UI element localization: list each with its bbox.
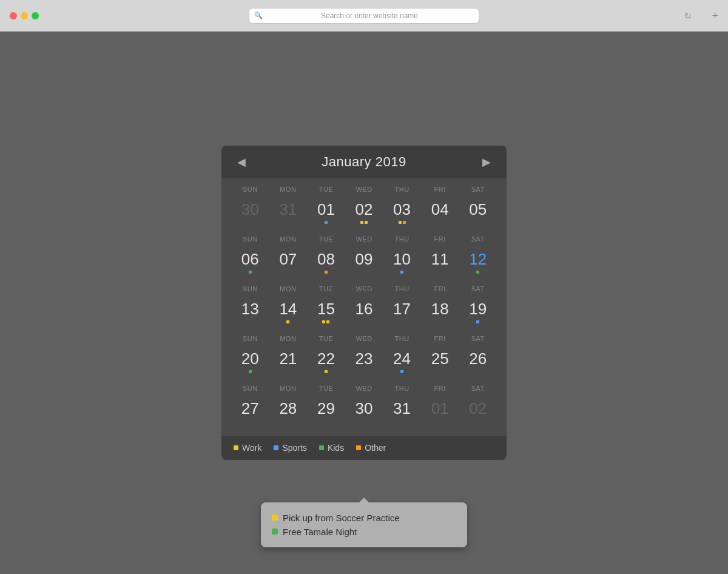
day-11[interactable]: 11 bbox=[421, 248, 459, 278]
day-header-tue-2: TUE bbox=[307, 233, 345, 245]
day-21[interactable]: 21 bbox=[269, 347, 308, 377]
day-header-sat-2: SAT bbox=[459, 233, 497, 245]
legend-dot-other bbox=[356, 445, 361, 450]
calendar-legend: Work Sports Kids Other bbox=[221, 436, 507, 460]
dot-blue bbox=[400, 271, 403, 274]
dot-yellow bbox=[322, 320, 325, 323]
day-22[interactable]: 22 bbox=[307, 347, 345, 377]
dot-yellow bbox=[326, 320, 329, 323]
legend-label-kids: Kids bbox=[328, 443, 344, 453]
legend-dot-work bbox=[234, 445, 238, 450]
day-header-thu: THU bbox=[383, 183, 421, 195]
day-01-feb[interactable]: 01 bbox=[421, 397, 459, 427]
week-2: 06 07 08 09 10 11 12 bbox=[231, 248, 497, 278]
day-headers: SUN MON TUE WED THU FRI SAT bbox=[231, 178, 497, 198]
day-27[interactable]: 27 bbox=[231, 397, 269, 427]
day-18[interactable]: 18 bbox=[421, 297, 459, 328]
day-header-sun: SUN bbox=[231, 183, 269, 195]
dot-yellow bbox=[365, 221, 368, 224]
prev-month-button[interactable]: ◀ bbox=[234, 154, 249, 170]
legend-sports[interactable]: Sports bbox=[274, 443, 306, 453]
calendar-header: ◀ January 2019 ▶ bbox=[221, 146, 507, 178]
address-bar-text: Search or enter website name bbox=[265, 12, 474, 20]
main-area: ◀ January 2019 ▶ SUN MON TUE WED THU FRI… bbox=[0, 32, 728, 574]
day-10[interactable]: 10 bbox=[383, 248, 421, 278]
dot-yellow bbox=[360, 221, 363, 224]
tooltip-event-1-text: Pick up from Soccer Practice bbox=[283, 513, 400, 523]
day-headers-2: SUN MON TUE WED THU FRI SAT bbox=[231, 228, 497, 248]
week-5: 27 28 29 30 31 01 02 bbox=[231, 397, 497, 427]
tooltip-item-2: Free Tamale Night bbox=[272, 525, 456, 539]
day-06[interactable]: 06 bbox=[231, 248, 269, 278]
day-12[interactable]: 12 bbox=[459, 248, 497, 278]
legend-work[interactable]: Work bbox=[234, 443, 261, 453]
legend-label-work: Work bbox=[242, 443, 261, 453]
close-button[interactable] bbox=[10, 12, 17, 19]
day-26[interactable]: 26 bbox=[459, 347, 497, 377]
day-09[interactable]: 09 bbox=[345, 248, 383, 278]
maximize-button[interactable] bbox=[32, 12, 39, 19]
legend-kids[interactable]: Kids bbox=[319, 443, 344, 453]
dot-blue bbox=[325, 221, 328, 224]
week-4: 20 21 22 23 24 25 26 bbox=[231, 347, 497, 377]
day-header-wed: WED bbox=[345, 183, 383, 195]
dot-yellow bbox=[399, 221, 402, 224]
dot-orange bbox=[325, 271, 328, 274]
day-23[interactable]: 23 bbox=[345, 347, 383, 377]
day-24[interactable]: 24 bbox=[383, 347, 421, 377]
day-28[interactable]: 28 bbox=[269, 397, 308, 427]
search-icon: 🔍 bbox=[254, 12, 263, 19]
browser-chrome: 🔍 Search or enter website name ↻ + bbox=[0, 0, 728, 32]
day-header-sat: SAT bbox=[459, 183, 497, 195]
day-31[interactable]: 31 bbox=[383, 397, 421, 427]
dot-blue bbox=[476, 320, 479, 323]
day-16[interactable]: 16 bbox=[345, 297, 383, 328]
tooltip-item-1: Pick up from Soccer Practice bbox=[272, 511, 456, 525]
dot-green bbox=[476, 271, 479, 274]
day-05[interactable]: 05 bbox=[459, 198, 497, 228]
day-13[interactable]: 13 bbox=[231, 297, 269, 328]
day-19[interactable]: 19 bbox=[459, 297, 497, 328]
day-headers-5: SUN MON TUE WED THU FRI SAT bbox=[231, 377, 497, 397]
day-01[interactable]: 01 bbox=[307, 198, 345, 228]
day-17[interactable]: 17 bbox=[383, 297, 421, 328]
day-header-wed-2: WED bbox=[345, 233, 383, 245]
legend-dot-sports bbox=[274, 445, 278, 450]
day-headers-3: SUN MON TUE WED THU FRI SAT bbox=[231, 278, 497, 297]
new-tab-button[interactable]: + bbox=[712, 10, 718, 21]
next-month-button[interactable]: ▶ bbox=[479, 154, 494, 170]
calendar-container: ◀ January 2019 ▶ SUN MON TUE WED THU FRI… bbox=[221, 146, 507, 461]
tooltip-dot-green bbox=[272, 528, 278, 535]
dot-yellow bbox=[286, 320, 289, 323]
day-30[interactable]: 30 bbox=[345, 397, 383, 427]
calendar: ◀ January 2019 ▶ SUN MON TUE WED THU FRI… bbox=[221, 146, 507, 461]
day-08[interactable]: 08 bbox=[307, 248, 345, 278]
day-07[interactable]: 07 bbox=[269, 248, 308, 278]
day-14[interactable]: 14 bbox=[269, 297, 308, 328]
day-04[interactable]: 04 bbox=[421, 198, 459, 228]
day-25[interactable]: 25 bbox=[421, 347, 459, 377]
day-15[interactable]: 15 bbox=[307, 297, 345, 328]
day-31-dec[interactable]: 31 bbox=[269, 198, 308, 228]
week-3: 13 14 15 16 17 18 19 bbox=[231, 297, 497, 328]
address-bar[interactable]: 🔍 Search or enter website name bbox=[249, 8, 479, 24]
day-header-thu-2: THU bbox=[383, 233, 421, 245]
minimize-button[interactable] bbox=[21, 12, 28, 19]
day-29[interactable]: 29 bbox=[307, 397, 345, 427]
month-title: January 2019 bbox=[322, 154, 406, 170]
legend-other[interactable]: Other bbox=[356, 443, 386, 453]
dot-yellow bbox=[325, 370, 328, 373]
dot-green bbox=[249, 271, 252, 274]
reload-button[interactable]: ↻ bbox=[684, 11, 692, 21]
day-30-dec[interactable]: 30 bbox=[231, 198, 269, 228]
day-header-mon-2: MON bbox=[269, 233, 308, 245]
day-02[interactable]: 02 bbox=[345, 198, 383, 228]
calendar-body: SUN MON TUE WED THU FRI SAT 30 31 01 02 … bbox=[221, 178, 507, 435]
legend-label-other: Other bbox=[365, 443, 386, 453]
day-03[interactable]: 03 bbox=[383, 198, 421, 228]
day-20[interactable]: 20 bbox=[231, 347, 269, 377]
dot-green bbox=[249, 370, 252, 373]
day-header-tue: TUE bbox=[307, 183, 345, 195]
legend-label-sports: Sports bbox=[282, 443, 306, 453]
day-02-feb[interactable]: 02 bbox=[459, 397, 497, 427]
